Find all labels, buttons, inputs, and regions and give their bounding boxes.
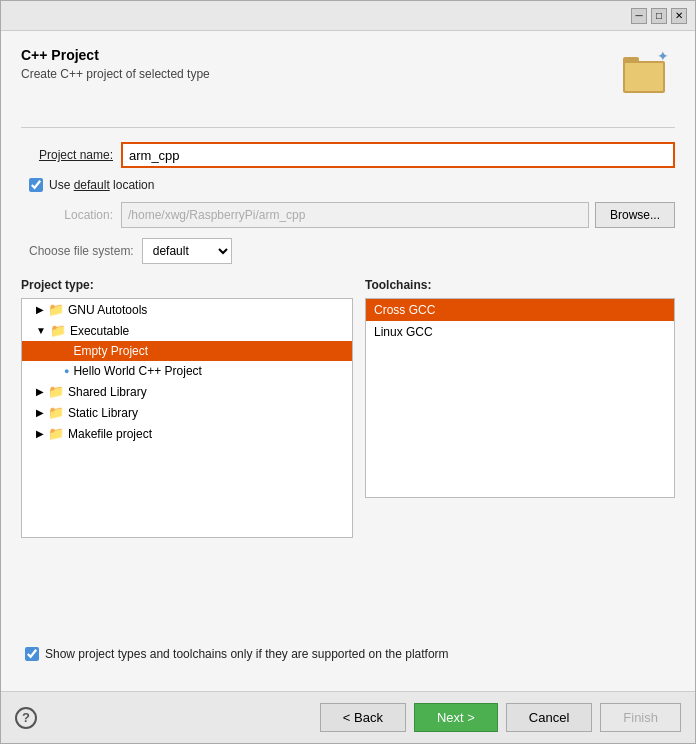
toolchain-item-cross-gcc[interactable]: Cross GCC bbox=[366, 299, 674, 321]
tree-item-label: Shared Library bbox=[68, 385, 147, 399]
arrow-icon: ▶ bbox=[36, 428, 44, 439]
dialog-content: C++ Project Create C++ project of select… bbox=[1, 31, 695, 691]
platform-filter-label: Show project types and toolchains only i… bbox=[45, 647, 449, 661]
tree-item-label: Makefile project bbox=[68, 427, 152, 441]
use-default-row: Use default location bbox=[21, 178, 675, 192]
tree-item-static-library[interactable]: ▶ 📁 Static Library bbox=[22, 402, 352, 423]
filesystem-select[interactable]: default bbox=[142, 238, 232, 264]
project-type-section: Project type: ▶ 📁 GNU Autotools ▼ 📁 Exec… bbox=[21, 278, 675, 637]
folder-icon: 📁 bbox=[50, 323, 66, 338]
browse-button[interactable]: Browse... bbox=[595, 202, 675, 228]
tree-item-label: Hello World C++ Project bbox=[73, 364, 202, 378]
svg-text:✦: ✦ bbox=[657, 48, 669, 64]
filesystem-row: Choose file system: default bbox=[21, 238, 675, 264]
title-bar: ─ □ ✕ bbox=[1, 1, 695, 31]
arrow-icon: ▶ bbox=[36, 407, 44, 418]
toolchain-item-label: Cross GCC bbox=[374, 303, 435, 317]
arrow-icon: ▶ bbox=[36, 386, 44, 397]
tree-item-label: Executable bbox=[70, 324, 129, 338]
dialog-title: C++ Project bbox=[21, 47, 210, 63]
help-button[interactable]: ? bbox=[15, 707, 37, 729]
tree-item-label: Static Library bbox=[68, 406, 138, 420]
arrow-icon: ▶ bbox=[36, 304, 44, 315]
toolchain-item-label: Linux GCC bbox=[374, 325, 433, 339]
finish-button: Finish bbox=[600, 703, 681, 732]
header-section: C++ Project Create C++ project of select… bbox=[21, 47, 675, 103]
cancel-button[interactable]: Cancel bbox=[506, 703, 592, 732]
back-button[interactable]: < Back bbox=[320, 703, 406, 732]
project-name-input[interactable] bbox=[121, 142, 675, 168]
tree-item-executable[interactable]: ▼ 📁 Executable bbox=[22, 320, 352, 341]
use-default-checkbox[interactable] bbox=[29, 178, 43, 192]
location-label: Location: bbox=[21, 208, 121, 222]
toolchain-item-linux-gcc[interactable]: Linux GCC bbox=[366, 321, 674, 343]
dialog: ─ □ ✕ C++ Project Create C++ project of … bbox=[0, 0, 696, 744]
arrow-icon: ▼ bbox=[36, 325, 46, 336]
title-bar-controls: ─ □ ✕ bbox=[631, 8, 687, 24]
project-type-tree[interactable]: ▶ 📁 GNU Autotools ▼ 📁 Executable ● Empty… bbox=[21, 298, 353, 538]
tree-item-label: GNU Autotools bbox=[68, 303, 147, 317]
header-icon: ✦ bbox=[619, 47, 675, 103]
folder-icon: 📁 bbox=[48, 384, 64, 399]
toolchains-list[interactable]: Cross GCC Linux GCC bbox=[365, 298, 675, 498]
folder-icon: 📁 bbox=[48, 426, 64, 441]
header-divider bbox=[21, 127, 675, 128]
project-name-label: Project name: bbox=[21, 148, 121, 162]
tree-item-makefile[interactable]: ▶ 📁 Makefile project bbox=[22, 423, 352, 444]
toolchains-label: Toolchains: bbox=[365, 278, 675, 292]
location-input bbox=[121, 202, 589, 228]
file-icon: ● bbox=[64, 366, 69, 376]
close-button[interactable]: ✕ bbox=[671, 8, 687, 24]
tree-item-label: Empty Project bbox=[73, 344, 148, 358]
project-name-row: Project name: bbox=[21, 142, 675, 168]
tree-item-empty-project[interactable]: ● Empty Project bbox=[22, 341, 352, 361]
platform-filter-checkbox[interactable] bbox=[25, 647, 39, 661]
project-type-label: Project type: bbox=[21, 278, 353, 292]
svg-rect-2 bbox=[625, 63, 663, 91]
folder-icon: 📁 bbox=[48, 302, 64, 317]
next-button[interactable]: Next > bbox=[414, 703, 498, 732]
navigation-buttons: < Back Next > Cancel Finish bbox=[320, 703, 681, 732]
minimize-button[interactable]: ─ bbox=[631, 8, 647, 24]
use-default-label: Use default location bbox=[49, 178, 154, 192]
project-type-column: Project type: ▶ 📁 GNU Autotools ▼ 📁 Exec… bbox=[21, 278, 353, 637]
button-bar: ? < Back Next > Cancel Finish bbox=[1, 691, 695, 743]
tree-item-shared-library[interactable]: ▶ 📁 Shared Library bbox=[22, 381, 352, 402]
folder-icon: 📁 bbox=[48, 405, 64, 420]
dialog-subtitle: Create C++ project of selected type bbox=[21, 67, 210, 81]
toolchains-column: Toolchains: Cross GCC Linux GCC bbox=[365, 278, 675, 637]
header-text: C++ Project Create C++ project of select… bbox=[21, 47, 210, 81]
location-row: Location: Browse... bbox=[21, 202, 675, 228]
filesystem-label: Choose file system: bbox=[29, 244, 134, 258]
tree-item-hello-world[interactable]: ● Hello World C++ Project bbox=[22, 361, 352, 381]
file-icon: ● bbox=[64, 346, 69, 356]
tree-item-gnu-autotools[interactable]: ▶ 📁 GNU Autotools bbox=[22, 299, 352, 320]
maximize-button[interactable]: □ bbox=[651, 8, 667, 24]
bottom-checkbox-row: Show project types and toolchains only i… bbox=[21, 647, 675, 661]
